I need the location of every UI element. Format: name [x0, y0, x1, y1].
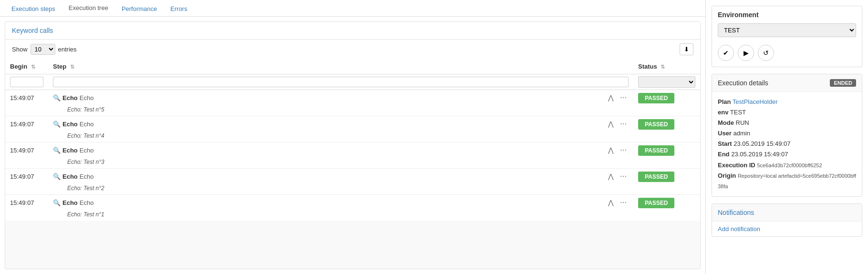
ended-badge: ENDED: [830, 79, 856, 87]
notifications-header: Notifications: [712, 204, 862, 222]
step-name: Echo: [62, 147, 78, 154]
more-button[interactable]: ⋯: [618, 172, 629, 181]
origin-value: Repository=local artefactid=5ce695ebb72c…: [718, 173, 856, 189]
keyword-calls-table: Begin ⇅ Step ⇅ Status ⇅: [5, 59, 700, 221]
mode-label: Mode: [718, 119, 734, 126]
table-row: 15:49:07 🔍 Echo Echo ⋀ ⋯ PASSED: [5, 90, 700, 106]
filter-status-select[interactable]: PASSED FAILED: [638, 76, 695, 88]
sort-begin-icon[interactable]: ⇅: [31, 64, 35, 70]
tree-icon-button[interactable]: ⋀: [606, 119, 615, 129]
environment-select[interactable]: TEST PROD DEV: [718, 23, 856, 37]
notifications-section: Notifications Add notification: [712, 203, 862, 237]
origin-label: Origin: [718, 172, 736, 179]
tree-icon-button[interactable]: ⋀: [606, 172, 615, 181]
exec-user-row: User admin: [718, 128, 856, 139]
action-icons: ⋀ ⋯: [606, 198, 629, 207]
exec-plan-row: Plan TestPlaceHolder: [718, 97, 856, 107]
tree-icon-button[interactable]: ⋀: [606, 93, 615, 102]
tab-performance[interactable]: Performance: [115, 1, 164, 16]
search-icon: 🔍: [53, 121, 61, 128]
sub-row: Echo: Test n°3: [5, 158, 700, 169]
entries-select[interactable]: 10 25 50 100: [31, 44, 55, 55]
tab-errors[interactable]: Errors: [164, 1, 194, 16]
th-begin-label: Begin: [10, 63, 27, 70]
table-header-row: Begin ⇅ Step ⇅ Status ⇅: [5, 59, 700, 74]
action-icons: ⋀ ⋯: [606, 145, 629, 155]
panel-title: Keyword calls: [12, 27, 53, 34]
exec-id-label: Execution ID: [718, 162, 755, 169]
sub-row: Echo: Test n°4: [5, 132, 700, 142]
action-icons: ⋀ ⋯: [606, 172, 629, 181]
time-cell: 15:49:07: [5, 195, 48, 211]
play-icon: ▶: [744, 49, 749, 57]
tab-execution-steps[interactable]: Execution steps: [5, 1, 62, 16]
execution-details-header: Execution details ENDED: [712, 74, 862, 92]
step-name: Echo: [62, 173, 78, 180]
filter-begin-cell: [5, 74, 48, 90]
mode-value: RUN: [736, 119, 749, 126]
action-icons: ⋀ ⋯: [606, 93, 629, 102]
exec-start-row: Start 23.05.2019 15:49:07: [718, 139, 856, 149]
step-cell: 🔍 Echo Echo ⋀ ⋯: [48, 90, 633, 106]
th-status-label: Status: [638, 63, 657, 70]
exec-id-value: 5ce6a4d3b72cf0000bff6252: [757, 162, 822, 168]
show-label: Show: [12, 46, 28, 53]
sort-step-icon[interactable]: ⇅: [70, 64, 74, 70]
plan-label: Plan: [718, 98, 731, 105]
table-row: 15:49:07 🔍 Echo Echo ⋀ ⋯ PASSED: [5, 116, 700, 132]
user-value: admin: [734, 130, 750, 137]
tab-execution-tree[interactable]: Execution tree: [62, 0, 115, 16]
content-panel: Keyword calls Show 10 25 50 100 entries …: [5, 21, 701, 269]
sub-row: Echo: Test n°1: [5, 210, 700, 221]
environment-label: Environment: [712, 6, 862, 21]
step-keyword: Echo: [80, 199, 94, 206]
th-begin: Begin ⇅: [5, 59, 48, 74]
environment-section: Environment TEST PROD DEV ✔ ▶ ↺: [712, 6, 862, 67]
filter-status-cell: PASSED FAILED: [633, 74, 700, 90]
sort-status-icon[interactable]: ⇅: [661, 64, 665, 70]
step-keyword: Echo: [80, 173, 94, 180]
step-cell: 🔍 Echo Echo ⋀ ⋯: [48, 142, 633, 158]
exec-details-body: Plan TestPlaceHolder env TEST Mode RUN U…: [712, 92, 862, 196]
search-icon: 🔍: [53, 94, 61, 101]
play-button[interactable]: ▶: [738, 45, 754, 61]
time-cell: 15:49:07: [5, 116, 48, 132]
refresh-button[interactable]: ↺: [758, 45, 774, 61]
more-button[interactable]: ⋯: [618, 119, 629, 129]
status-cell: PASSED: [633, 195, 700, 211]
status-badge: PASSED: [638, 93, 674, 103]
sub-row: Echo: Test n°5: [5, 105, 700, 116]
execution-details-section: Execution details ENDED Plan TestPlaceHo…: [712, 74, 862, 197]
more-button[interactable]: ⋯: [618, 93, 629, 102]
step-name: Echo: [62, 94, 78, 101]
more-button[interactable]: ⋯: [618, 145, 629, 155]
exec-id-row: Execution ID 5ce6a4d3b72cf0000bff6252: [718, 160, 856, 171]
panel-header: Keyword calls: [5, 22, 700, 40]
table-row: 15:49:07 🔍 Echo Echo ⋀ ⋯ PASSED: [5, 195, 700, 211]
exec-env-row: env TEST: [718, 107, 856, 118]
export-button[interactable]: ⬇: [680, 43, 693, 55]
action-buttons-row: ✔ ▶ ↺: [712, 42, 862, 67]
sub-text: Echo: Test n°5: [48, 105, 700, 116]
step-cell: 🔍 Echo Echo ⋀ ⋯: [48, 195, 633, 211]
sub-text: Echo: Test n°2: [48, 184, 700, 195]
step-keyword: Echo: [80, 94, 94, 101]
start-label: Start: [718, 140, 732, 147]
exec-mode-row: Mode RUN: [718, 118, 856, 128]
plan-value[interactable]: TestPlaceHolder: [733, 98, 778, 105]
th-step: Step ⇅: [48, 59, 633, 74]
tree-icon-button[interactable]: ⋀: [606, 198, 615, 207]
add-notification-link[interactable]: Add notification: [712, 222, 862, 236]
check-button[interactable]: ✔: [718, 45, 734, 61]
sub-text: Echo: Test n°3: [48, 158, 700, 169]
action-icons: ⋀ ⋯: [606, 119, 629, 129]
step-keyword: Echo: [80, 121, 94, 128]
filter-step-input[interactable]: [53, 77, 629, 87]
filter-begin-input[interactable]: [10, 77, 43, 87]
export-icon: ⬇: [684, 46, 689, 53]
more-button[interactable]: ⋯: [618, 198, 629, 207]
tree-icon-button[interactable]: ⋀: [606, 145, 615, 155]
tabs-bar: Execution steps Execution tree Performan…: [0, 0, 705, 17]
search-icon: 🔍: [53, 199, 61, 206]
sub-text: Echo: Test n°1: [48, 210, 700, 221]
